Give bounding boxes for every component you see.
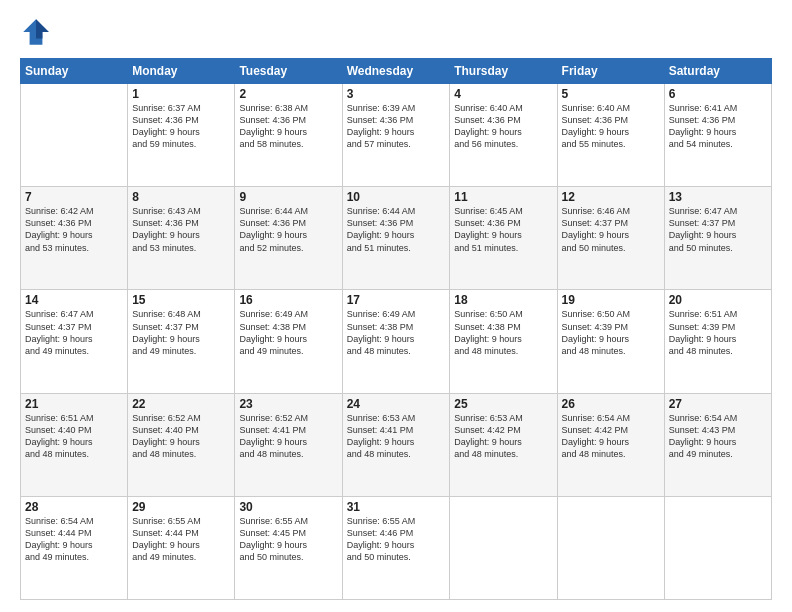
calendar-cell: 23Sunrise: 6:52 AMSunset: 4:41 PMDayligh… bbox=[235, 393, 342, 496]
day-info: Sunrise: 6:47 AMSunset: 4:37 PMDaylight:… bbox=[25, 308, 123, 357]
day-number: 4 bbox=[454, 87, 552, 101]
calendar-cell: 8Sunrise: 6:43 AMSunset: 4:36 PMDaylight… bbox=[128, 187, 235, 290]
calendar-cell: 29Sunrise: 6:55 AMSunset: 4:44 PMDayligh… bbox=[128, 496, 235, 599]
day-number: 11 bbox=[454, 190, 552, 204]
calendar-cell: 16Sunrise: 6:49 AMSunset: 4:38 PMDayligh… bbox=[235, 290, 342, 393]
calendar-cell: 13Sunrise: 6:47 AMSunset: 4:37 PMDayligh… bbox=[664, 187, 771, 290]
day-number: 18 bbox=[454, 293, 552, 307]
calendar: SundayMondayTuesdayWednesdayThursdayFrid… bbox=[20, 58, 772, 600]
day-info: Sunrise: 6:53 AMSunset: 4:42 PMDaylight:… bbox=[454, 412, 552, 461]
calendar-cell: 27Sunrise: 6:54 AMSunset: 4:43 PMDayligh… bbox=[664, 393, 771, 496]
day-info: Sunrise: 6:55 AMSunset: 4:44 PMDaylight:… bbox=[132, 515, 230, 564]
weekday-header-thursday: Thursday bbox=[450, 59, 557, 84]
day-info: Sunrise: 6:52 AMSunset: 4:40 PMDaylight:… bbox=[132, 412, 230, 461]
calendar-week-row: 28Sunrise: 6:54 AMSunset: 4:44 PMDayligh… bbox=[21, 496, 772, 599]
day-info: Sunrise: 6:40 AMSunset: 4:36 PMDaylight:… bbox=[454, 102, 552, 151]
day-info: Sunrise: 6:41 AMSunset: 4:36 PMDaylight:… bbox=[669, 102, 767, 151]
day-info: Sunrise: 6:37 AMSunset: 4:36 PMDaylight:… bbox=[132, 102, 230, 151]
weekday-header-row: SundayMondayTuesdayWednesdayThursdayFrid… bbox=[21, 59, 772, 84]
day-info: Sunrise: 6:40 AMSunset: 4:36 PMDaylight:… bbox=[562, 102, 660, 151]
calendar-cell: 4Sunrise: 6:40 AMSunset: 4:36 PMDaylight… bbox=[450, 84, 557, 187]
day-info: Sunrise: 6:43 AMSunset: 4:36 PMDaylight:… bbox=[132, 205, 230, 254]
header bbox=[20, 16, 772, 48]
day-number: 7 bbox=[25, 190, 123, 204]
day-number: 24 bbox=[347, 397, 446, 411]
calendar-cell: 22Sunrise: 6:52 AMSunset: 4:40 PMDayligh… bbox=[128, 393, 235, 496]
calendar-cell: 18Sunrise: 6:50 AMSunset: 4:38 PMDayligh… bbox=[450, 290, 557, 393]
weekday-header-monday: Monday bbox=[128, 59, 235, 84]
day-number: 25 bbox=[454, 397, 552, 411]
day-info: Sunrise: 6:46 AMSunset: 4:37 PMDaylight:… bbox=[562, 205, 660, 254]
day-info: Sunrise: 6:52 AMSunset: 4:41 PMDaylight:… bbox=[239, 412, 337, 461]
calendar-cell: 28Sunrise: 6:54 AMSunset: 4:44 PMDayligh… bbox=[21, 496, 128, 599]
calendar-cell: 31Sunrise: 6:55 AMSunset: 4:46 PMDayligh… bbox=[342, 496, 450, 599]
day-info: Sunrise: 6:50 AMSunset: 4:39 PMDaylight:… bbox=[562, 308, 660, 357]
day-number: 17 bbox=[347, 293, 446, 307]
calendar-week-row: 21Sunrise: 6:51 AMSunset: 4:40 PMDayligh… bbox=[21, 393, 772, 496]
calendar-cell: 7Sunrise: 6:42 AMSunset: 4:36 PMDaylight… bbox=[21, 187, 128, 290]
page: SundayMondayTuesdayWednesdayThursdayFrid… bbox=[0, 0, 792, 612]
calendar-week-row: 7Sunrise: 6:42 AMSunset: 4:36 PMDaylight… bbox=[21, 187, 772, 290]
day-info: Sunrise: 6:55 AMSunset: 4:45 PMDaylight:… bbox=[239, 515, 337, 564]
day-number: 13 bbox=[669, 190, 767, 204]
weekday-header-friday: Friday bbox=[557, 59, 664, 84]
calendar-week-row: 14Sunrise: 6:47 AMSunset: 4:37 PMDayligh… bbox=[21, 290, 772, 393]
day-number: 30 bbox=[239, 500, 337, 514]
day-info: Sunrise: 6:51 AMSunset: 4:40 PMDaylight:… bbox=[25, 412, 123, 461]
day-info: Sunrise: 6:50 AMSunset: 4:38 PMDaylight:… bbox=[454, 308, 552, 357]
day-info: Sunrise: 6:47 AMSunset: 4:37 PMDaylight:… bbox=[669, 205, 767, 254]
calendar-cell: 15Sunrise: 6:48 AMSunset: 4:37 PMDayligh… bbox=[128, 290, 235, 393]
calendar-cell bbox=[450, 496, 557, 599]
calendar-cell: 19Sunrise: 6:50 AMSunset: 4:39 PMDayligh… bbox=[557, 290, 664, 393]
calendar-cell: 10Sunrise: 6:44 AMSunset: 4:36 PMDayligh… bbox=[342, 187, 450, 290]
calendar-cell: 9Sunrise: 6:44 AMSunset: 4:36 PMDaylight… bbox=[235, 187, 342, 290]
day-number: 27 bbox=[669, 397, 767, 411]
calendar-cell: 26Sunrise: 6:54 AMSunset: 4:42 PMDayligh… bbox=[557, 393, 664, 496]
calendar-cell: 25Sunrise: 6:53 AMSunset: 4:42 PMDayligh… bbox=[450, 393, 557, 496]
day-info: Sunrise: 6:38 AMSunset: 4:36 PMDaylight:… bbox=[239, 102, 337, 151]
day-number: 23 bbox=[239, 397, 337, 411]
day-info: Sunrise: 6:44 AMSunset: 4:36 PMDaylight:… bbox=[347, 205, 446, 254]
svg-marker-1 bbox=[36, 19, 49, 38]
day-number: 2 bbox=[239, 87, 337, 101]
day-number: 20 bbox=[669, 293, 767, 307]
calendar-cell: 17Sunrise: 6:49 AMSunset: 4:38 PMDayligh… bbox=[342, 290, 450, 393]
day-info: Sunrise: 6:54 AMSunset: 4:43 PMDaylight:… bbox=[669, 412, 767, 461]
day-number: 5 bbox=[562, 87, 660, 101]
day-info: Sunrise: 6:44 AMSunset: 4:36 PMDaylight:… bbox=[239, 205, 337, 254]
calendar-cell: 30Sunrise: 6:55 AMSunset: 4:45 PMDayligh… bbox=[235, 496, 342, 599]
day-number: 22 bbox=[132, 397, 230, 411]
calendar-cell bbox=[21, 84, 128, 187]
day-number: 8 bbox=[132, 190, 230, 204]
day-info: Sunrise: 6:55 AMSunset: 4:46 PMDaylight:… bbox=[347, 515, 446, 564]
day-info: Sunrise: 6:49 AMSunset: 4:38 PMDaylight:… bbox=[347, 308, 446, 357]
day-number: 19 bbox=[562, 293, 660, 307]
calendar-cell: 20Sunrise: 6:51 AMSunset: 4:39 PMDayligh… bbox=[664, 290, 771, 393]
weekday-header-sunday: Sunday bbox=[21, 59, 128, 84]
day-number: 29 bbox=[132, 500, 230, 514]
day-info: Sunrise: 6:48 AMSunset: 4:37 PMDaylight:… bbox=[132, 308, 230, 357]
day-number: 16 bbox=[239, 293, 337, 307]
calendar-cell: 3Sunrise: 6:39 AMSunset: 4:36 PMDaylight… bbox=[342, 84, 450, 187]
day-number: 6 bbox=[669, 87, 767, 101]
calendar-cell bbox=[557, 496, 664, 599]
calendar-cell: 2Sunrise: 6:38 AMSunset: 4:36 PMDaylight… bbox=[235, 84, 342, 187]
calendar-cell: 14Sunrise: 6:47 AMSunset: 4:37 PMDayligh… bbox=[21, 290, 128, 393]
day-number: 3 bbox=[347, 87, 446, 101]
day-number: 28 bbox=[25, 500, 123, 514]
day-number: 31 bbox=[347, 500, 446, 514]
day-info: Sunrise: 6:49 AMSunset: 4:38 PMDaylight:… bbox=[239, 308, 337, 357]
day-number: 14 bbox=[25, 293, 123, 307]
day-number: 9 bbox=[239, 190, 337, 204]
day-number: 10 bbox=[347, 190, 446, 204]
calendar-cell: 12Sunrise: 6:46 AMSunset: 4:37 PMDayligh… bbox=[557, 187, 664, 290]
calendar-cell: 6Sunrise: 6:41 AMSunset: 4:36 PMDaylight… bbox=[664, 84, 771, 187]
weekday-header-saturday: Saturday bbox=[664, 59, 771, 84]
calendar-cell: 21Sunrise: 6:51 AMSunset: 4:40 PMDayligh… bbox=[21, 393, 128, 496]
day-number: 12 bbox=[562, 190, 660, 204]
day-info: Sunrise: 6:53 AMSunset: 4:41 PMDaylight:… bbox=[347, 412, 446, 461]
day-info: Sunrise: 6:42 AMSunset: 4:36 PMDaylight:… bbox=[25, 205, 123, 254]
calendar-cell: 11Sunrise: 6:45 AMSunset: 4:36 PMDayligh… bbox=[450, 187, 557, 290]
day-info: Sunrise: 6:51 AMSunset: 4:39 PMDaylight:… bbox=[669, 308, 767, 357]
logo bbox=[20, 16, 56, 48]
